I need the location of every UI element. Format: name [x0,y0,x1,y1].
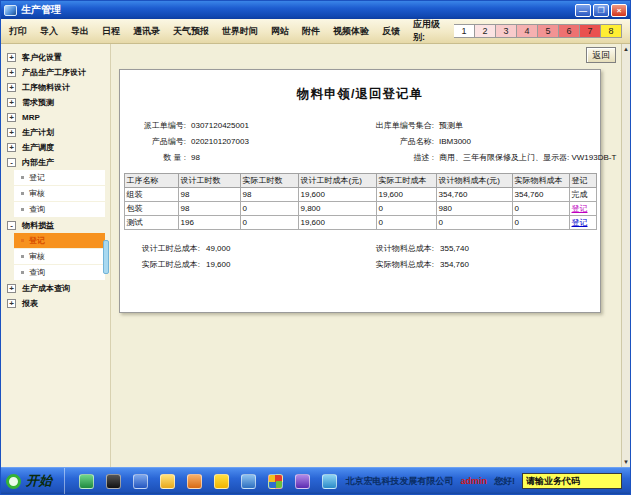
menu-item-weather[interactable]: 天气预报 [173,25,209,38]
minus-icon[interactable]: - [7,158,16,167]
minus-icon[interactable]: - [7,221,16,230]
app-icon [4,5,17,16]
menu-item-attachment[interactable]: 附件 [302,25,320,38]
app-level-4[interactable]: 4 [517,24,538,38]
field-value: 商用、三年有限保修及上门、显示器: VW193DB-T [439,152,616,163]
sidebar-item-internal-production[interactable]: - 内部生产 [1,155,110,170]
scroll-down-icon[interactable]: ▼ [623,458,629,466]
business-code-input[interactable] [522,473,622,489]
sidebar-child-label: 审核 [29,188,45,199]
alert-icon[interactable] [160,474,175,489]
sidebar: + 客户化设置 + 产品生产工序设计 + 工序物料设计 + 需求预测 + MRP… [1,44,111,467]
screenshot-icon[interactable] [106,474,121,489]
plus-icon[interactable]: + [7,284,16,293]
plus-icon[interactable]: + [7,113,16,122]
greeting-text: 您好! [494,475,515,488]
summary-label: 实际物料总成本: [368,259,434,270]
scroll-up-icon[interactable]: ▲ [623,45,629,53]
plus-icon[interactable]: + [7,98,16,107]
app-level-1[interactable]: 1 [454,24,475,38]
menu-item-feedback[interactable]: 反馈 [382,25,400,38]
app-level-5[interactable]: 5 [538,24,559,38]
summary-label: 设计工时总成本: [134,243,200,254]
back-button[interactable]: 返回 [586,47,616,63]
menu-item-schedule[interactable]: 日程 [102,25,120,38]
sidebar-item-product-process-design[interactable]: + 产品生产工序设计 [1,65,110,80]
register-link[interactable]: 登记 [569,202,596,216]
field-label: 产品名称: [368,136,434,147]
plus-icon[interactable]: + [7,68,16,77]
chart-icon[interactable] [241,474,256,489]
sidebar-scrollbar-thumb[interactable] [103,240,109,274]
sidebar-item-material-review[interactable]: 审核 [14,249,105,264]
world-clock-icon[interactable] [133,474,148,489]
table-header-row: 工序名称 设计工时数 实际工时数 设计工时成本(元) 实际工时成本 设计物料成本… [124,174,596,188]
sidebar-item-label: 工序物料设计 [22,82,70,93]
sidebar-item-label: 生产调度 [22,142,54,153]
user-icon[interactable] [322,474,337,489]
sidebar-item-internal-register[interactable]: 登记 [14,170,105,185]
app-level-7[interactable]: 7 [580,24,601,38]
plus-icon[interactable]: + [7,128,16,137]
chat-icon[interactable] [214,474,229,489]
plus-icon[interactable]: + [7,299,16,308]
pen-icon[interactable] [187,474,202,489]
menu-item-contacts[interactable]: 通讯录 [133,25,160,38]
menu-item-print[interactable]: 打印 [9,25,27,38]
media-icon[interactable] [295,474,310,489]
menu-item-world-time[interactable]: 世界时间 [222,25,258,38]
field-value: 0202101207003 [191,137,249,146]
sidebar-item-material-loss[interactable]: - 物料损益 [1,218,110,233]
cell: 包装 [124,202,178,216]
sidebar-item-internal-query[interactable]: 查询 [14,202,105,217]
globe-icon[interactable] [79,474,94,489]
field-label: 描述 : [368,152,434,163]
sidebar-child-label: 查询 [29,267,45,278]
menu-bar: 打印 导入 导出 日程 通讯录 天气预报 世界时间 网站 附件 视频体验 反馈 … [1,19,630,44]
app-level-8[interactable]: 8 [601,24,622,38]
start-button[interactable]: 开始 [1,468,65,494]
cell: 980 [436,202,512,216]
menu-item-video[interactable]: 视频体验 [333,25,369,38]
vertical-scrollbar[interactable]: ▲ ▼ [621,44,630,467]
summary-label: 实际工时总成本: [134,259,200,270]
windows-icon[interactable] [268,474,283,489]
menu-item-export[interactable]: 导出 [71,25,89,38]
sidebar-item-material-query[interactable]: 查询 [14,265,105,280]
sidebar-item-production-scheduling[interactable]: + 生产调度 [1,140,110,155]
sidebar-item-cost-query[interactable]: + 生产成本查询 [1,281,110,296]
col-header: 实际物料成本 [512,174,569,188]
menu-item-website[interactable]: 网站 [271,25,289,38]
sidebar-item-process-material-design[interactable]: + 工序物料设计 [1,80,110,95]
plus-icon[interactable]: + [7,143,16,152]
cell: 0 [240,216,298,230]
sidebar-item-internal-review[interactable]: 审核 [14,186,105,201]
field-label: 产品编号: [134,136,186,147]
sidebar-item-reports[interactable]: + 报表 [1,296,110,311]
sidebar-item-mrp[interactable]: + MRP [1,110,110,125]
sidebar-item-production-plan[interactable]: + 生产计划 [1,125,110,140]
sidebar-child-label: 登记 [29,235,45,246]
bullet-icon [21,192,24,195]
form-fields: 派工单编号: 0307120425001 产品编号: 0202101207003… [120,117,600,167]
sidebar-item-customization[interactable]: + 客户化设置 [1,50,110,65]
cell: 9,800 [298,202,376,216]
close-icon[interactable]: × [611,4,627,17]
summary-value: 355,740 [440,244,469,253]
sidebar-item-demand-forecast[interactable]: + 需求预测 [1,95,110,110]
app-window: 生产管理 — ❐ × 打印 导入 导出 日程 通讯录 天气预报 世界时间 网站 … [0,0,631,495]
table-row: 测试 196 0 19,600 0 0 0 登记 [124,216,596,230]
maximize-icon[interactable]: ❐ [593,4,609,17]
sidebar-item-label: 报表 [22,298,38,309]
app-level-3[interactable]: 3 [496,24,517,38]
register-link[interactable]: 登记 [569,216,596,230]
logged-in-user[interactable]: admin [460,476,487,486]
sidebar-item-material-register-selected[interactable]: 登记 [14,233,105,248]
app-level-2[interactable]: 2 [475,24,496,38]
plus-icon[interactable]: + [7,53,16,62]
menu-item-import[interactable]: 导入 [40,25,58,38]
app-level-6[interactable]: 6 [559,24,580,38]
plus-icon[interactable]: + [7,83,16,92]
col-header: 实际工时数 [240,174,298,188]
minimize-icon[interactable]: — [575,4,591,17]
